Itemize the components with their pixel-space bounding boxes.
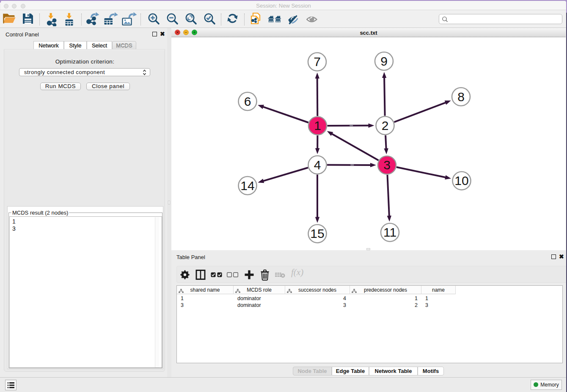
svg-text:4: 4 — [314, 158, 321, 172]
svg-text:9: 9 — [380, 54, 388, 68]
svg-text:8: 8 — [457, 90, 465, 104]
svg-text:1: 1 — [314, 119, 321, 133]
svg-text:7: 7 — [314, 55, 321, 69]
svg-text:2: 2 — [382, 119, 389, 133]
svg-text:15: 15 — [310, 226, 324, 240]
svg-text:14: 14 — [240, 179, 254, 193]
svg-text:10: 10 — [454, 174, 468, 188]
svg-text:3: 3 — [383, 158, 391, 172]
svg-text:6: 6 — [244, 94, 251, 108]
svg-text:11: 11 — [383, 225, 396, 239]
